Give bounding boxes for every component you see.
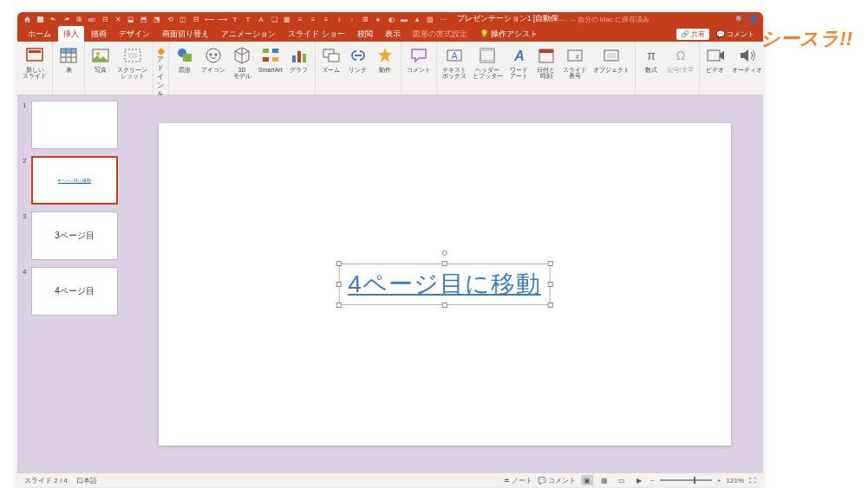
view-normal-icon[interactable]: ▣ <box>581 475 593 485</box>
qat-icon[interactable]: ⟶ <box>218 15 226 23</box>
textbox-button[interactable]: Aテキスト ボックス <box>441 44 468 80</box>
qat-icon[interactable]: T <box>244 15 252 23</box>
qat-icon[interactable]: A <box>257 15 265 23</box>
tab-draw[interactable]: 描画 <box>86 26 112 42</box>
qat-icon[interactable]: ▦ <box>283 15 291 23</box>
qat-icon[interactable]: ≡ <box>309 15 317 23</box>
link-button[interactable]: リンク <box>346 44 370 74</box>
qat-icon[interactable]: ≡ <box>296 15 304 23</box>
qat-icon[interactable]: ⊞ <box>361 15 369 23</box>
home-icon[interactable] <box>23 15 31 23</box>
new-slide-button[interactable]: 新しい スライド <box>21 44 49 80</box>
video-button[interactable]: ビデオ <box>703 44 728 74</box>
hyperlink-text[interactable]: 4ページ目に移動 <box>348 270 541 297</box>
view-slideshow-icon[interactable]: ▶ <box>633 475 645 485</box>
zoom-out-button[interactable]: − <box>650 477 655 485</box>
view-sorter-icon[interactable]: ▦ <box>598 475 610 485</box>
action-button[interactable]: 動作 <box>373 44 397 74</box>
qat-icon[interactable]: ⟵ <box>205 15 213 23</box>
wordart-button[interactable]: Aワード アート <box>507 44 532 80</box>
qat-icon[interactable]: ⬔ <box>153 15 161 23</box>
symbol-button[interactable]: Ω記号/文字 <box>666 44 695 74</box>
fit-window-icon[interactable]: ⛶ <box>749 477 756 485</box>
thumb-2[interactable]: 4ページ目に移動 <box>31 156 118 205</box>
view-reading-icon[interactable]: ▭ <box>616 475 628 485</box>
rotate-handle[interactable] <box>441 251 447 256</box>
resize-handle[interactable] <box>441 261 447 266</box>
zoom-level[interactable]: 121% <box>727 477 744 485</box>
slide-canvas[interactable]: 4ページ目に移動 <box>159 123 731 446</box>
resize-handle[interactable] <box>548 282 553 287</box>
qat-icon[interactable]: ✕ <box>114 15 122 23</box>
comment-button[interactable]: コメント <box>405 44 433 74</box>
pictures-button[interactable]: 写真 <box>88 44 113 74</box>
undo-icon[interactable] <box>49 15 57 23</box>
resize-handle[interactable] <box>336 282 341 287</box>
tab-design[interactable]: デザイン <box>114 26 155 42</box>
user-icon[interactable]: 👤 <box>749 15 758 23</box>
object-button[interactable]: オブジェクト <box>591 44 631 74</box>
qat-icon[interactable]: ↕ <box>335 15 343 23</box>
thumb-3[interactable]: 3ページ目 <box>31 211 118 260</box>
qat-icon[interactable]: ⋯ <box>439 15 447 23</box>
thumb-4[interactable]: 4ページ目 <box>31 267 118 316</box>
tab-shapeformat[interactable]: 図形の書式設定 <box>408 26 473 42</box>
qat-icon[interactable]: ◐ <box>387 15 395 23</box>
tab-insert[interactable]: 挿入 <box>58 26 84 42</box>
thumb-1[interactable] <box>31 101 118 149</box>
share-button[interactable]: 🔗 共有 <box>676 29 709 40</box>
notes-button[interactable]: ≐ ノート <box>504 476 532 485</box>
selected-textbox[interactable]: 4ページ目に移動 <box>338 264 551 305</box>
save-icon[interactable] <box>36 15 44 23</box>
resize-handle[interactable] <box>336 261 341 266</box>
redo-icon[interactable] <box>62 15 70 23</box>
qat-icon[interactable]: ⊞ <box>75 15 83 23</box>
tab-slideshow[interactable]: スライド ショー <box>283 26 350 42</box>
chart-button[interactable]: グラフ <box>287 44 311 74</box>
language-indicator[interactable]: 日本語 <box>76 476 97 485</box>
qat-icon[interactable]: ▫ <box>348 15 356 23</box>
qat-icon[interactable]: ▧ <box>426 15 434 23</box>
qat-icon[interactable]: ⊟ <box>101 15 109 23</box>
table-button[interactable]: 表 <box>56 44 81 74</box>
qat-icon[interactable]: ◫ <box>179 15 187 23</box>
zoom-in-button[interactable]: + <box>717 477 721 485</box>
qat-icon[interactable]: ⊟ <box>192 15 200 23</box>
comments-button[interactable]: 💬 コメント <box>538 476 576 485</box>
resize-handle[interactable] <box>441 303 447 308</box>
screenshot-button[interactable]: スクリーン ショット <box>115 44 149 80</box>
tab-tellme[interactable]: 💡操作アシスト <box>474 26 543 42</box>
qat-icon[interactable]: ⬒ <box>140 15 148 23</box>
qat-icon[interactable]: ▬ <box>400 15 408 23</box>
qat-icon[interactable]: ⟲ <box>166 15 174 23</box>
tab-transitions[interactable]: 画面切り替え <box>157 26 214 42</box>
qat-icon[interactable]: ⬓ <box>127 15 135 23</box>
slidenum-button[interactable]: #スライド 番号 <box>561 44 589 80</box>
datetime-button[interactable]: 日付と 時刻 <box>534 44 558 80</box>
resize-handle[interactable] <box>548 261 553 266</box>
3dmodels-button[interactable]: 3D モデル <box>230 44 254 80</box>
resize-handle[interactable] <box>336 303 341 308</box>
zoom-button[interactable]: ズーム <box>319 44 343 74</box>
tab-view[interactable]: 表示 <box>380 26 406 42</box>
headerfooter-button[interactable]: ヘッダー とフッター <box>471 44 505 80</box>
equation-button[interactable]: π数式 <box>639 44 663 74</box>
comments-button[interactable]: 💬 コメント <box>713 29 758 40</box>
qat-icon[interactable]: ▲ <box>413 15 421 23</box>
smartart-button[interactable]: SmartArt <box>257 44 284 74</box>
qat-icon[interactable]: ● <box>374 15 382 23</box>
audio-button[interactable]: オーディオ <box>730 44 763 74</box>
shapes-button[interactable]: 図形 <box>173 44 197 74</box>
qat-icon[interactable]: ❏ <box>270 15 278 23</box>
qat-icon[interactable]: T <box>231 15 239 23</box>
qat-icon[interactable]: ≡ <box>322 15 330 23</box>
tab-home[interactable]: ホーム <box>23 26 56 42</box>
search-icon[interactable]: 🔍 <box>735 15 744 23</box>
tab-animations[interactable]: アニメーション <box>216 26 281 42</box>
canvas-area[interactable]: 4ページ目に移動 <box>126 95 763 472</box>
icons-button[interactable]: アイコン <box>199 44 227 74</box>
zoom-slider[interactable] <box>660 479 712 481</box>
resize-handle[interactable] <box>548 303 553 308</box>
qat-icon[interactable]: ab <box>88 15 96 23</box>
tab-review[interactable]: 校閲 <box>352 26 378 42</box>
